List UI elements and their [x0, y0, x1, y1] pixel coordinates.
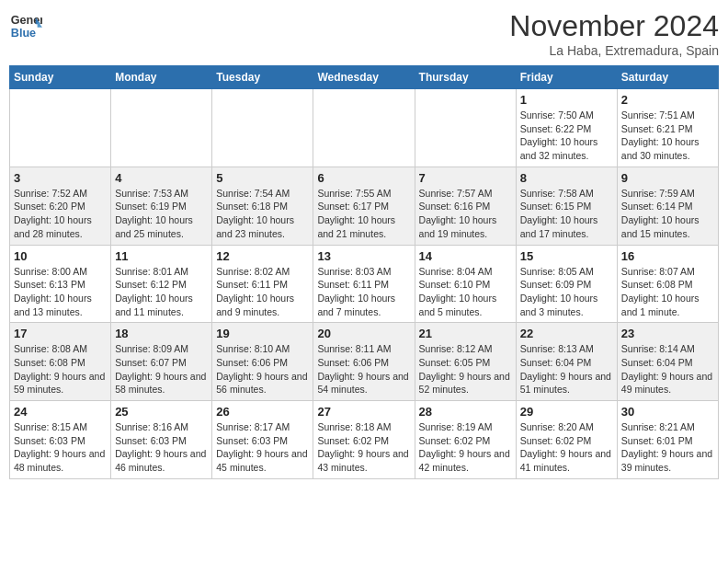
day-number: 6	[317, 171, 410, 185]
calendar-cell: 9Sunrise: 7:59 AMSunset: 6:14 PMDaylight…	[617, 167, 718, 245]
day-info: Sunrise: 7:54 AMSunset: 6:18 PMDaylight:…	[216, 187, 309, 241]
month-title: November 2024	[509, 9, 719, 43]
day-number: 28	[419, 405, 512, 419]
day-number: 12	[216, 249, 309, 263]
day-info: Sunrise: 8:16 AMSunset: 6:03 PMDaylight:…	[115, 420, 208, 475]
calendar-cell: 18Sunrise: 8:09 AMSunset: 6:07 PMDayligh…	[111, 323, 212, 401]
calendar-cell: 11Sunrise: 8:01 AMSunset: 6:12 PMDayligh…	[111, 245, 212, 323]
day-number: 13	[317, 249, 410, 263]
calendar-cell: 29Sunrise: 8:20 AMSunset: 6:02 PMDayligh…	[516, 401, 617, 479]
calendar-cell: 2Sunrise: 7:51 AMSunset: 6:21 PMDaylight…	[617, 89, 718, 167]
day-info: Sunrise: 7:53 AMSunset: 6:19 PMDaylight:…	[115, 187, 208, 241]
calendar-cell: 4Sunrise: 7:53 AMSunset: 6:19 PMDaylight…	[111, 167, 212, 245]
day-number: 22	[520, 327, 613, 340]
calendar-cell: 1Sunrise: 7:50 AMSunset: 6:22 PMDaylight…	[516, 89, 617, 167]
day-number: 7	[419, 171, 512, 185]
day-number: 11	[115, 249, 208, 263]
day-number: 18	[115, 327, 208, 340]
day-of-week-header: Wednesday	[313, 66, 415, 89]
day-info: Sunrise: 8:15 AMSunset: 6:03 PMDaylight:…	[14, 420, 107, 475]
day-info: Sunrise: 8:11 AMSunset: 6:06 PMDaylight:…	[317, 342, 410, 396]
day-info: Sunrise: 7:51 AMSunset: 6:21 PMDaylight:…	[621, 109, 714, 163]
calendar-cell	[313, 89, 415, 167]
svg-text:Blue: Blue	[11, 27, 36, 40]
calendar-cell: 17Sunrise: 8:08 AMSunset: 6:08 PMDayligh…	[10, 323, 111, 401]
calendar-cell: 23Sunrise: 8:14 AMSunset: 6:04 PMDayligh…	[617, 323, 718, 401]
day-of-week-header: Thursday	[415, 66, 516, 89]
day-number: 27	[317, 405, 410, 419]
day-number: 5	[216, 171, 309, 185]
day-info: Sunrise: 8:10 AMSunset: 6:06 PMDaylight:…	[216, 342, 309, 396]
day-number: 25	[115, 405, 208, 419]
calendar-cell: 8Sunrise: 7:58 AMSunset: 6:15 PMDaylight…	[516, 167, 617, 245]
logo: General Blue	[9, 9, 42, 42]
calendar-cell: 16Sunrise: 8:07 AMSunset: 6:08 PMDayligh…	[617, 245, 718, 323]
day-number: 17	[14, 327, 107, 340]
calendar-cell: 20Sunrise: 8:11 AMSunset: 6:06 PMDayligh…	[313, 323, 415, 401]
day-number: 23	[621, 327, 714, 340]
calendar-cell: 30Sunrise: 8:21 AMSunset: 6:01 PMDayligh…	[617, 401, 718, 479]
calendar-cell: 10Sunrise: 8:00 AMSunset: 6:13 PMDayligh…	[10, 245, 111, 323]
calendar-week-row: 10Sunrise: 8:00 AMSunset: 6:13 PMDayligh…	[10, 245, 719, 323]
calendar-cell: 6Sunrise: 7:55 AMSunset: 6:17 PMDaylight…	[313, 167, 415, 245]
day-number: 10	[14, 249, 107, 263]
day-number: 30	[621, 405, 714, 419]
calendar-cell: 22Sunrise: 8:13 AMSunset: 6:04 PMDayligh…	[516, 323, 617, 401]
calendar-cell: 25Sunrise: 8:16 AMSunset: 6:03 PMDayligh…	[111, 401, 212, 479]
day-number: 20	[317, 327, 410, 340]
day-info: Sunrise: 8:08 AMSunset: 6:08 PMDaylight:…	[14, 342, 107, 396]
day-number: 14	[419, 249, 512, 263]
calendar-week-row: 24Sunrise: 8:15 AMSunset: 6:03 PMDayligh…	[10, 401, 719, 479]
day-info: Sunrise: 7:58 AMSunset: 6:15 PMDaylight:…	[520, 187, 613, 241]
header: General Blue November 2024 La Haba, Extr…	[9, 9, 719, 58]
title-area: November 2024 La Haba, Extremadura, Spai…	[509, 9, 719, 58]
day-info: Sunrise: 8:07 AMSunset: 6:08 PMDaylight:…	[621, 265, 714, 319]
calendar-cell: 3Sunrise: 7:52 AMSunset: 6:20 PMDaylight…	[10, 167, 111, 245]
day-info: Sunrise: 8:21 AMSunset: 6:01 PMDaylight:…	[621, 420, 714, 475]
day-of-week-header: Friday	[516, 66, 617, 89]
day-number: 19	[216, 327, 309, 340]
day-number: 24	[14, 405, 107, 419]
calendar-cell: 28Sunrise: 8:19 AMSunset: 6:02 PMDayligh…	[415, 401, 516, 479]
calendar-cell	[415, 89, 516, 167]
logo-icon: General Blue	[9, 9, 42, 42]
day-number: 16	[621, 249, 714, 263]
calendar-cell	[10, 89, 111, 167]
calendar-cell: 21Sunrise: 8:12 AMSunset: 6:05 PMDayligh…	[415, 323, 516, 401]
calendar-cell: 14Sunrise: 8:04 AMSunset: 6:10 PMDayligh…	[415, 245, 516, 323]
location: La Haba, Extremadura, Spain	[509, 43, 719, 58]
day-number: 15	[520, 249, 613, 263]
day-info: Sunrise: 8:13 AMSunset: 6:04 PMDaylight:…	[520, 342, 613, 396]
day-number: 21	[419, 327, 512, 340]
day-info: Sunrise: 8:09 AMSunset: 6:07 PMDaylight:…	[115, 342, 208, 396]
day-info: Sunrise: 8:00 AMSunset: 6:13 PMDaylight:…	[14, 265, 107, 319]
day-info: Sunrise: 8:01 AMSunset: 6:12 PMDaylight:…	[115, 265, 208, 319]
day-of-week-header: Monday	[111, 66, 212, 89]
calendar-cell: 5Sunrise: 7:54 AMSunset: 6:18 PMDaylight…	[212, 167, 313, 245]
calendar-week-row: 3Sunrise: 7:52 AMSunset: 6:20 PMDaylight…	[10, 167, 719, 245]
day-info: Sunrise: 8:18 AMSunset: 6:02 PMDaylight:…	[317, 420, 410, 475]
day-number: 9	[621, 171, 714, 185]
calendar-cell: 7Sunrise: 7:57 AMSunset: 6:16 PMDaylight…	[415, 167, 516, 245]
day-number: 8	[520, 171, 613, 185]
day-of-week-header: Tuesday	[212, 66, 313, 89]
day-info: Sunrise: 7:52 AMSunset: 6:20 PMDaylight:…	[14, 187, 107, 241]
day-info: Sunrise: 7:57 AMSunset: 6:16 PMDaylight:…	[419, 187, 512, 241]
calendar-cell: 12Sunrise: 8:02 AMSunset: 6:11 PMDayligh…	[212, 245, 313, 323]
calendar: SundayMondayTuesdayWednesdayThursdayFrid…	[9, 65, 719, 479]
day-info: Sunrise: 8:04 AMSunset: 6:10 PMDaylight:…	[419, 265, 512, 319]
day-of-week-header: Saturday	[617, 66, 718, 89]
day-info: Sunrise: 7:59 AMSunset: 6:14 PMDaylight:…	[621, 187, 714, 241]
day-number: 1	[520, 93, 613, 107]
calendar-cell: 24Sunrise: 8:15 AMSunset: 6:03 PMDayligh…	[10, 401, 111, 479]
day-number: 2	[621, 93, 714, 107]
day-number: 26	[216, 405, 309, 419]
day-info: Sunrise: 8:20 AMSunset: 6:02 PMDaylight:…	[520, 420, 613, 475]
day-info: Sunrise: 8:12 AMSunset: 6:05 PMDaylight:…	[419, 342, 512, 396]
calendar-cell: 19Sunrise: 8:10 AMSunset: 6:06 PMDayligh…	[212, 323, 313, 401]
calendar-cell	[212, 89, 313, 167]
calendar-cell: 26Sunrise: 8:17 AMSunset: 6:03 PMDayligh…	[212, 401, 313, 479]
day-info: Sunrise: 7:55 AMSunset: 6:17 PMDaylight:…	[317, 187, 410, 241]
calendar-week-row: 1Sunrise: 7:50 AMSunset: 6:22 PMDaylight…	[10, 89, 719, 167]
day-info: Sunrise: 8:19 AMSunset: 6:02 PMDaylight:…	[419, 420, 512, 475]
